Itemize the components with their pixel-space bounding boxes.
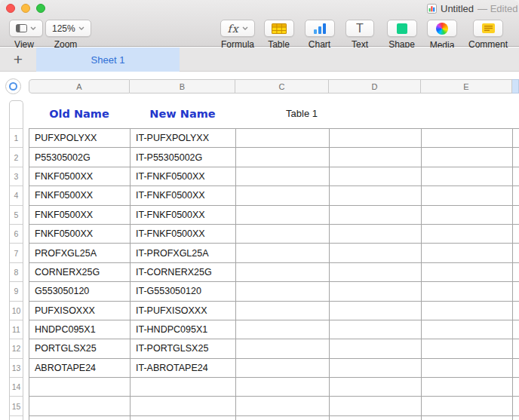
table-cell[interactable] [422,262,513,281]
column-header-d[interactable]: D [329,79,421,94]
select-table-handle[interactable] [5,78,21,94]
table-cell[interactable] [513,244,519,262]
table-cell[interactable] [330,205,422,224]
header-row-gutter-cell[interactable] [10,101,23,128]
table-cell[interactable] [330,415,422,420]
table-cell[interactable] [422,148,513,167]
table-cell[interactable] [330,339,422,358]
sheet-tab-sheet1[interactable]: Sheet 1 [36,48,180,72]
table-cell[interactable] [513,224,519,243]
table-cell[interactable] [513,339,519,358]
table-cell[interactable] [422,224,513,243]
table-cell[interactable] [422,339,513,358]
column-header-partial-highlighted[interactable] [512,79,519,94]
table-cell[interactable] [330,129,422,148]
insert-media-button[interactable] [427,20,457,37]
table-cell[interactable] [513,262,519,281]
table-title[interactable]: Table 1 [256,108,347,119]
table-cell[interactable]: P55305002G [29,148,131,167]
table-cell[interactable] [236,378,330,397]
table-cell[interactable] [29,378,131,397]
table-cell[interactable] [330,378,422,397]
table-cell[interactable] [236,205,330,224]
table-cell[interactable]: FNKF0500XX [29,224,131,243]
table-cell[interactable]: CORNERX25G [29,262,131,281]
row-number-15[interactable]: 15 [10,396,23,415]
table-cell[interactable]: ABROTAPE24 [29,358,131,377]
row-number-6[interactable]: 6 [10,224,23,243]
table-cell[interactable]: G553050120 [29,282,131,301]
table-cell[interactable] [422,129,513,148]
row-number-13[interactable]: 13 [10,358,23,377]
table-cell[interactable]: PORTGLSX25 [29,339,131,358]
table-cell[interactable] [513,378,519,397]
table-header-new-name[interactable]: New Name [130,108,235,120]
table-cell[interactable] [236,415,330,420]
table-cell[interactable]: IT-ABROTAPE24 [131,358,236,377]
table-cell[interactable] [513,397,519,415]
table-cell[interactable] [236,397,330,415]
table-header-old-name[interactable]: Old Name [29,108,130,120]
row-number-8[interactable]: 8 [10,262,23,281]
table-cell[interactable] [330,358,422,377]
table-cell[interactable]: IT-FNKF0500XX [131,186,236,205]
table-cell[interactable] [422,167,513,185]
column-header-b[interactable]: B [130,79,235,94]
table-cell[interactable]: FNKF0500XX [29,167,131,185]
chart-icon-button[interactable] [305,20,335,37]
table-cell[interactable] [236,186,330,205]
add-sheet-button[interactable]: + [9,51,27,69]
row-number-9[interactable]: 9 [10,281,23,300]
table-cell[interactable] [330,282,422,301]
zoom-window-button[interactable] [36,4,45,13]
table-cell[interactable] [513,148,519,167]
table-cell[interactable] [29,397,131,415]
table-cell[interactable] [131,378,236,397]
table-cell[interactable]: HNDPC095X1 [29,320,131,339]
row-number-1[interactable]: 1 [10,128,23,147]
table-cell[interactable] [236,244,330,262]
table-cell[interactable]: IT-HNDPC095X1 [131,320,236,339]
table-cell[interactable] [236,358,330,377]
table-cell[interactable]: PROFXGL25A [29,244,131,262]
table-cell[interactable]: PUFXPOLYXX [29,129,131,148]
row-number-2[interactable]: 2 [10,147,23,166]
table-cell[interactable] [513,301,519,320]
table-cell[interactable] [236,301,330,320]
table-cell[interactable]: IT-P55305002G [131,148,236,167]
table-cell[interactable] [513,320,519,339]
table-cell[interactable] [330,244,422,262]
table-cell[interactable] [422,320,513,339]
table-cell[interactable] [330,320,422,339]
table-cell[interactable] [422,244,513,262]
view-button[interactable] [9,20,43,37]
table-cell[interactable] [29,415,131,420]
table-cell[interactable] [513,282,519,301]
zoom-dropdown[interactable]: 125% [45,20,91,37]
formula-button[interactable]: fx [220,20,254,37]
table-cell[interactable]: FNKF0500XX [29,186,131,205]
row-number-10[interactable]: 10 [10,301,23,320]
table-cell[interactable] [330,148,422,167]
minimize-window-button[interactable] [21,4,30,13]
table-cell[interactable] [330,301,422,320]
table-cell[interactable] [131,415,236,420]
table-cell[interactable]: IT-FNKF0500XX [131,167,236,185]
table-cell[interactable] [131,397,236,415]
row-number-5[interactable]: 5 [10,205,23,224]
table-cell[interactable]: IT-PUFXPOLYXX [131,129,236,148]
insert-table-button[interactable] [264,20,294,37]
table-cell[interactable] [236,262,330,281]
table-cell[interactable] [422,378,513,397]
table-cell[interactable]: IT-G553050120 [131,282,236,301]
table-cell[interactable] [513,205,519,224]
table-cell[interactable] [513,358,519,377]
table-cell[interactable] [236,148,330,167]
comment-icon-button[interactable] [473,20,503,37]
table-cell[interactable]: IT-FNKF0500XX [131,205,236,224]
table-cell[interactable] [513,129,519,148]
table-cell[interactable] [422,415,513,420]
column-header-c[interactable]: C [235,79,329,94]
row-number-7[interactable]: 7 [10,243,23,262]
table-cell[interactable] [422,282,513,301]
